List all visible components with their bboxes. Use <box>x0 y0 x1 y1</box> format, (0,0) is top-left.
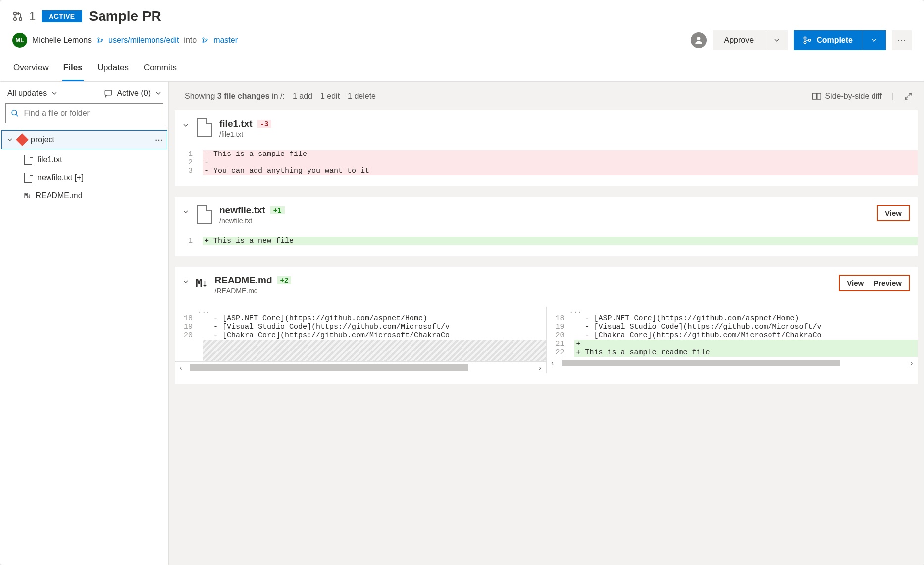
markdown-icon: M↓ <box>196 277 208 289</box>
diff-line: 18 - [ASP.NET Core](https://github.com/a… <box>175 314 546 323</box>
reviewer-avatar[interactable] <box>691 32 707 48</box>
svg-point-12 <box>808 39 811 42</box>
view-button[interactable]: View <box>885 209 902 217</box>
svg-rect-16 <box>817 93 821 99</box>
svg-point-6 <box>203 38 204 39</box>
file-icon <box>24 173 32 183</box>
approve-dropdown[interactable] <box>766 30 788 50</box>
diff-mode-toggle[interactable]: Side-by-side diff <box>812 92 881 101</box>
tree-item-readme[interactable]: M↓ README.md <box>0 187 168 205</box>
updates-filter-label: All updates <box>7 89 47 98</box>
svg-point-3 <box>98 38 99 39</box>
merge-icon <box>794 36 812 45</box>
branch-icon <box>202 37 208 44</box>
tab-commits[interactable]: Commits <box>143 59 178 81</box>
svg-point-14 <box>12 110 17 115</box>
diff-line: 1- This is a sample file <box>175 150 918 158</box>
repo-icon <box>18 135 27 144</box>
diff-line: 22+ This is a sample readme file <box>547 348 918 357</box>
tree-item-label: file1.txt <box>37 155 62 164</box>
status-badge: ACTIVE <box>42 10 82 22</box>
file-icon <box>197 118 212 137</box>
preview-button[interactable]: Preview <box>873 279 902 287</box>
svg-rect-15 <box>813 93 817 99</box>
file-name: file1.txt <box>219 118 253 129</box>
diff-line: 20 - [Chakra Core](https://github.com/Mi… <box>175 331 546 340</box>
tree-root-project[interactable]: project ⋯ <box>1 130 167 149</box>
changes-summary: Showing 3 file changes in /: 1 add 1 edi… <box>185 92 376 101</box>
fullscreen-button[interactable] <box>904 92 913 101</box>
complete-label: Complete <box>812 36 862 45</box>
diff-split: ...18 - [ASP.NET Core](https://github.co… <box>175 307 918 373</box>
approve-button[interactable]: Approve <box>713 30 788 50</box>
svg-point-10 <box>804 37 806 39</box>
diff-inline: 1- This is a sample file2-3- You can add… <box>175 150 918 175</box>
svg-point-1 <box>14 18 17 21</box>
branch-icon <box>97 37 103 44</box>
diff-line: 1+ This is a new file <box>175 237 918 245</box>
tree-item-label: README.md <box>35 191 82 200</box>
file-name: README.md <box>215 275 272 286</box>
svg-point-7 <box>203 41 204 43</box>
file-name: newfile.txt <box>219 205 265 216</box>
file-block: file1.txt -3 /file1.txt 1- This is a sam… <box>175 110 918 186</box>
file-path: /README.md <box>215 287 835 295</box>
summary-edit: 1 edit <box>320 92 340 101</box>
source-branch-link[interactable]: users/milemons/edit <box>108 36 179 45</box>
target-branch-link[interactable]: master <box>213 36 238 45</box>
complete-button[interactable]: Complete <box>794 30 886 50</box>
pull-request-icon <box>12 11 23 22</box>
file-path: /newfile.txt <box>219 217 873 225</box>
approve-label: Approve <box>713 36 766 45</box>
collapse-file-button[interactable] <box>182 278 190 286</box>
search-field[interactable] <box>24 109 158 118</box>
view-button[interactable]: View <box>847 279 864 287</box>
ellipsis-row: ... <box>175 307 546 314</box>
view-buttons-callout: ViewPreview <box>839 275 910 291</box>
author-name[interactable]: Michelle Lemons <box>32 36 92 45</box>
tree-item-newfile[interactable]: newfile.txt [+] <box>0 169 168 187</box>
diff-line: 19 - [Visual Studio Code](https://github… <box>175 323 546 331</box>
pr-number: 1 <box>29 9 36 23</box>
pr-header: 1 ACTIVE Sample PR ML Michelle Lemons us… <box>0 0 924 82</box>
author-avatar[interactable]: ML <box>12 33 27 48</box>
delta-badge: -3 <box>257 120 272 128</box>
comments-filter-dropdown[interactable]: Active (0) <box>104 89 162 98</box>
complete-dropdown[interactable] <box>862 30 886 50</box>
chevron-down-icon <box>154 89 162 97</box>
no-change-placeholder <box>203 340 546 351</box>
tab-overview[interactable]: Overview <box>12 59 50 81</box>
file-block: M↓ README.md +2 /README.md ViewPreview .… <box>175 267 918 384</box>
tree-item-label: newfile.txt [+] <box>37 173 84 182</box>
pr-tabs: Overview Files Updates Commits <box>12 59 912 81</box>
collapse-file-button[interactable] <box>182 121 190 129</box>
tree-item-file1[interactable]: file1.txt <box>0 151 168 169</box>
svg-point-8 <box>206 39 207 40</box>
diff-line: 18 - [ASP.NET Core](https://github.com/a… <box>547 314 918 323</box>
tab-files[interactable]: Files <box>62 59 84 81</box>
collapse-file-button[interactable] <box>182 208 190 216</box>
svg-point-5 <box>101 39 103 40</box>
diff-line: 21+ <box>547 340 918 348</box>
summary-add: 1 add <box>293 92 312 101</box>
diff-main-panel: Showing 3 file changes in /: 1 add 1 edi… <box>169 82 924 565</box>
file-search-input[interactable] <box>5 103 163 123</box>
diff-inline: 1+ This is a new file <box>175 237 918 245</box>
chevron-down-icon <box>6 136 14 144</box>
svg-point-4 <box>98 41 99 43</box>
updates-filter-dropdown[interactable]: All updates <box>7 89 58 98</box>
svg-point-2 <box>19 18 22 21</box>
horizontal-scrollbar[interactable]: ‹› <box>175 361 546 373</box>
delta-badge: +1 <box>270 206 285 214</box>
ellipsis-row: ... <box>547 307 918 314</box>
file-block: newfile.txt +1 /newfile.txt View 1+ This… <box>175 197 918 256</box>
tab-updates[interactable]: Updates <box>97 59 130 81</box>
comment-icon <box>104 89 113 98</box>
into-label: into <box>184 36 197 45</box>
horizontal-scrollbar[interactable]: ‹› <box>547 357 918 368</box>
file-tree-sidebar: All updates Active (0) project ⋯ <box>0 82 169 565</box>
comments-filter-label: Active (0) <box>117 89 151 98</box>
tree-root-more-button[interactable]: ⋯ <box>155 135 163 145</box>
more-actions-button[interactable]: ⋯ <box>892 30 912 50</box>
chevron-down-icon <box>51 89 58 97</box>
